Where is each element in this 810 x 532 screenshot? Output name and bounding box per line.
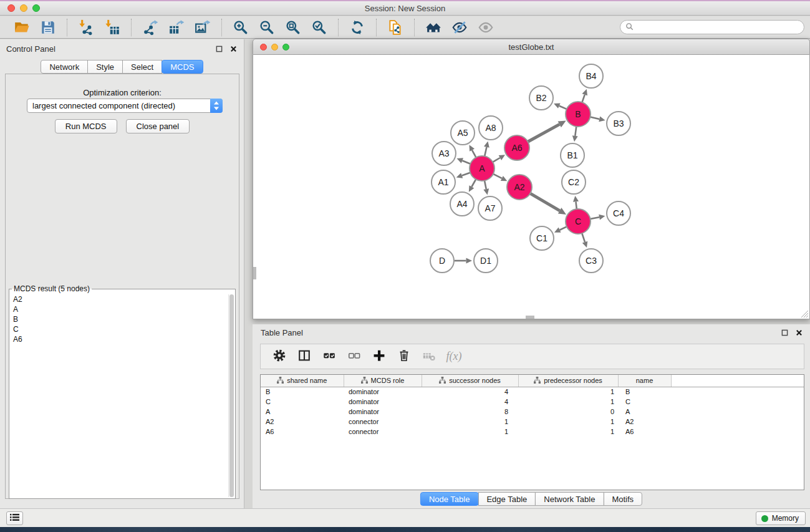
graph-node-A2[interactable]: A2: [507, 175, 532, 200]
graph-edge-A-A4[interactable]: [471, 179, 476, 186]
graph-node-D1[interactable]: D1: [474, 249, 498, 273]
tab-node-table[interactable]: Node Table: [420, 492, 479, 506]
window-resize-grip[interactable]: [799, 309, 809, 318]
hide-selected-button[interactable]: [450, 18, 470, 37]
run-mcds-button[interactable]: Run MCDS: [55, 119, 117, 133]
import-network-button[interactable]: [76, 18, 96, 37]
graph-edge-A6-B[interactable]: [528, 124, 560, 142]
graph-edge-C-C3[interactable]: [582, 233, 585, 242]
table-row[interactable]: Cdominator41C: [261, 397, 804, 407]
result-scrollbar[interactable]: [228, 294, 234, 497]
table-row[interactable]: A6connector11A6: [261, 427, 804, 437]
network-canvas[interactable]: B4B2BB3A5A8A6B1A3AA1C2A2A4A7C4CC1C3DD1: [253, 55, 810, 319]
column-organizer-button[interactable]: [295, 347, 314, 366]
network-window-titlebar[interactable]: testGlobe.txt: [253, 39, 810, 55]
table-row[interactable]: A2connector11A2: [261, 417, 804, 427]
column-header-name[interactable]: name: [618, 375, 671, 387]
graph-edge-A-A2[interactable]: [493, 174, 502, 178]
graph-edge-B-B4[interactable]: [582, 95, 585, 102]
close-panel-button[interactable]: Close panel: [126, 119, 190, 133]
save-session-button[interactable]: [38, 18, 58, 37]
optimization-criterion-select[interactable]: largest connected component (directed): [27, 99, 223, 113]
duplicate-network-button[interactable]: [385, 18, 405, 37]
graph-node-B[interactable]: B: [566, 102, 591, 127]
table-panel-float-button[interactable]: [781, 329, 789, 337]
zoom-selected-button[interactable]: [309, 18, 329, 37]
create-column-button[interactable]: [370, 347, 388, 366]
tab-edge-table[interactable]: Edge Table: [478, 492, 536, 506]
graph-node-B2[interactable]: B2: [529, 86, 553, 110]
mcds-result-item[interactable]: A2: [11, 294, 228, 304]
graph-node-B1[interactable]: B1: [561, 143, 584, 167]
graph-edge-A2-C[interactable]: [530, 193, 559, 211]
mcds-result-item[interactable]: B: [11, 314, 228, 324]
graph-node-C3[interactable]: C3: [579, 249, 603, 273]
graph-node-C4[interactable]: C4: [607, 201, 630, 225]
refresh-layout-button[interactable]: [347, 18, 367, 37]
graph-node-A4[interactable]: A4: [450, 192, 474, 216]
graph-node-C2[interactable]: C2: [562, 170, 586, 194]
graph-edge-A-A8[interactable]: [485, 147, 486, 157]
deselect-all-button[interactable]: [345, 347, 364, 366]
column-header-successor-nodes[interactable]: successor nodes: [422, 375, 518, 387]
control-panel-float-button[interactable]: [215, 45, 223, 53]
zoom-in-button[interactable]: [231, 18, 251, 37]
open-file-button[interactable]: [12, 18, 32, 37]
graph-node-A7[interactable]: A7: [478, 196, 502, 220]
graph-node-A8[interactable]: A8: [479, 116, 503, 140]
graph-edge-A-A6[interactable]: [493, 158, 500, 162]
mcds-result-item[interactable]: A6: [11, 334, 228, 344]
export-network-button[interactable]: [140, 18, 160, 37]
export-image-button[interactable]: [193, 18, 213, 37]
graph-edge-C-C1[interactable]: [560, 226, 567, 230]
delete-column-button[interactable]: [395, 347, 413, 366]
table-panel-close-button[interactable]: [795, 329, 803, 337]
first-neighbors-button[interactable]: [423, 18, 443, 37]
graph-edge-B-B3[interactable]: [591, 117, 600, 119]
graph-node-A3[interactable]: A3: [432, 142, 456, 165]
column-header-predecessor-nodes[interactable]: predecessor nodes: [518, 375, 618, 387]
graph-edge-A-A7[interactable]: [485, 181, 486, 190]
select-all-button[interactable]: [320, 347, 339, 366]
tab-select[interactable]: Select: [122, 60, 162, 74]
zoom-out-button[interactable]: [257, 18, 277, 37]
graph-node-B3[interactable]: B3: [607, 112, 630, 135]
tab-motifs[interactable]: Motifs: [603, 492, 642, 506]
canvas-hscroll-thumb[interactable]: [526, 316, 534, 319]
graph-edge-A-A3[interactable]: [462, 161, 470, 164]
graph-node-D[interactable]: D: [430, 249, 454, 273]
tab-network-table[interactable]: Network Table: [535, 492, 604, 506]
graph-node-C1[interactable]: C1: [530, 226, 554, 250]
graph-edge-A-A1[interactable]: [462, 173, 471, 176]
mcds-result-item[interactable]: C: [11, 324, 228, 334]
control-panel-close-button[interactable]: [229, 45, 238, 53]
graph-edge-A-A5[interactable]: [472, 150, 476, 158]
column-header-MCDS-role[interactable]: MCDS role: [344, 375, 422, 387]
memory-button[interactable]: Memory: [756, 511, 806, 525]
show-all-button[interactable]: [476, 18, 496, 37]
graph-node-C[interactable]: C: [566, 209, 591, 234]
graph-node-A[interactable]: A: [470, 156, 494, 181]
table-row[interactable]: Adominator80A: [261, 407, 804, 417]
canvas-vscroll-thumb[interactable]: [253, 267, 256, 279]
tab-mcds[interactable]: MCDS: [162, 60, 203, 74]
tab-style[interactable]: Style: [87, 60, 123, 74]
mcds-result-item[interactable]: A: [11, 304, 228, 314]
import-table-button[interactable]: [102, 18, 122, 37]
graph-node-A6[interactable]: A6: [504, 135, 529, 160]
graph-edge-C-C4[interactable]: [591, 217, 600, 219]
search-field[interactable]: [620, 20, 804, 34]
graph-edge-B-B2[interactable]: [559, 106, 567, 109]
graph-edge-B-B1[interactable]: [575, 127, 576, 136]
column-header-shared-name[interactable]: shared name: [261, 375, 344, 387]
graph-node-A5[interactable]: A5: [451, 121, 475, 145]
graph-node-A1[interactable]: A1: [432, 170, 455, 194]
task-history-button[interactable]: [6, 511, 23, 525]
table-settings-button[interactable]: [270, 347, 289, 366]
search-input[interactable]: [636, 22, 804, 33]
zoom-fit-button[interactable]: [283, 18, 303, 37]
graph-edge-C-C2[interactable]: [576, 201, 577, 209]
table-row[interactable]: Bdominator41B: [261, 387, 804, 397]
tab-network[interactable]: Network: [41, 60, 88, 74]
graph-node-B4[interactable]: B4: [579, 64, 603, 88]
